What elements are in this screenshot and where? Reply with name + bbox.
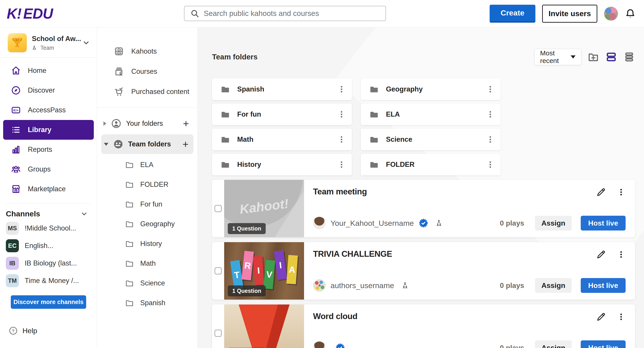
folder-menu-button[interactable] [486, 160, 495, 170]
sidebar-folder-for-fun[interactable]: For fun [97, 194, 198, 214]
library-nav-kahoots[interactable]: Kahoots [97, 41, 198, 61]
assign-button[interactable]: Assign [535, 340, 572, 348]
assign-button[interactable]: Assign [535, 278, 572, 293]
host-live-button[interactable]: Host live [581, 278, 626, 293]
sidebar-folder-ela[interactable]: ELA [97, 155, 198, 175]
kahoot-edu-logo[interactable]: K! EDU [7, 5, 53, 22]
sidebar-item-marketplace[interactable]: Marketplace [3, 179, 94, 199]
add-folder-button[interactable] [588, 51, 599, 63]
folder-menu-button[interactable] [337, 109, 346, 119]
kahoot-title[interactable]: Team meeting [313, 187, 367, 196]
search-bar[interactable] [184, 6, 386, 21]
channel-item-time-money[interactable]: TM Time & Money /... [0, 272, 97, 290]
your-folders-row[interactable]: Your folders + [97, 114, 198, 133]
select-checkbox[interactable] [214, 267, 222, 275]
author-avatar[interactable] [313, 342, 326, 348]
folder-tile-history[interactable]: History [212, 154, 352, 175]
kahoot-menu-button[interactable] [616, 187, 626, 197]
library-nav-courses[interactable]: Courses [97, 61, 198, 82]
notifications-bell-icon[interactable] [625, 8, 636, 19]
discover-more-channels-button[interactable]: Discover more channels [11, 295, 86, 309]
channel-badge: MS [6, 222, 19, 235]
host-live-button[interactable]: Host live [581, 216, 626, 231]
edit-pencil-icon[interactable] [596, 312, 606, 322]
help-button[interactable]: ? Help [0, 326, 97, 336]
sidebar-folder-math[interactable]: Math [97, 254, 198, 273]
expand-arrow-icon[interactable] [104, 121, 106, 126]
folder-menu-button[interactable] [337, 84, 346, 94]
card-view-toggle[interactable] [606, 51, 617, 63]
sidebar-folder-spanish[interactable]: Spanish [97, 293, 198, 313]
folder-menu-button[interactable] [486, 84, 495, 94]
kahoot-title[interactable]: Word cloud [313, 312, 358, 321]
storefront-icon [11, 184, 21, 194]
kahoot-thumbnail[interactable]: 1 Question [224, 305, 304, 348]
folder-menu-button[interactable] [337, 160, 346, 170]
profile-avatar[interactable] [604, 7, 618, 21]
list-view-toggle[interactable] [623, 51, 635, 63]
kebab-menu-icon [337, 110, 346, 119]
channel-item-middle-school[interactable]: MS !Middle School... [0, 220, 97, 237]
groups-icon [11, 164, 21, 174]
select-checkbox[interactable] [214, 205, 222, 212]
kahoot-thumbnail[interactable]: T R I V I A 1 Question [224, 242, 304, 300]
sidebar-folder-geography[interactable]: Geography [97, 214, 198, 234]
folder-tile-geography[interactable]: Geography [361, 78, 500, 100]
channel-item-english[interactable]: EC English... [0, 237, 97, 255]
kahoot-menu-button[interactable] [616, 312, 626, 322]
add-your-folder-button[interactable]: + [183, 118, 189, 129]
host-live-button[interactable]: Host live [581, 340, 626, 348]
top-bar: K! EDU Create Invite users [0, 0, 644, 27]
kahoot-menu-button[interactable] [616, 250, 626, 259]
home-icon [11, 65, 21, 76]
sidebar-item-reports[interactable]: Reports [3, 140, 94, 159]
author-avatar[interactable] [313, 217, 326, 229]
folder-menu-button[interactable] [486, 135, 495, 144]
create-button[interactable]: Create [490, 5, 536, 23]
view-controls: Most recent [534, 49, 635, 65]
folder-tile-math[interactable]: Math [212, 129, 352, 150]
folder-tile-spanish[interactable]: Spanish [212, 78, 352, 100]
folder-icon [125, 160, 134, 169]
folder-menu-button[interactable] [486, 109, 495, 119]
folder-tile-science[interactable]: Science [361, 129, 500, 150]
invite-users-button[interactable]: Invite users [542, 5, 597, 23]
assign-button[interactable]: Assign [535, 216, 572, 231]
sidebar-item-groups[interactable]: Groups [3, 159, 94, 179]
kahoot-title[interactable]: TRIVIA CHALLENGE [313, 249, 392, 259]
author-username[interactable]: authors_username [330, 281, 394, 290]
sidebar-item-accesspass[interactable]: K!+ AccessPass [3, 100, 94, 120]
sidebar-item-home[interactable]: Home [3, 61, 94, 80]
folder-tile-folder[interactable]: FOLDER [361, 154, 500, 175]
author-avatar[interactable] [313, 279, 326, 292]
library-nav-purchased[interactable]: Purchased content [97, 82, 198, 102]
search-input[interactable] [204, 9, 380, 18]
sidebar-item-discover[interactable]: Discover [3, 80, 94, 100]
folder-menu-button[interactable] [337, 135, 346, 144]
main-nav: Home Discover K!+ AccessPass Library Rep… [0, 58, 97, 199]
kebab-menu-icon [486, 84, 494, 94]
sidebar-folder-science[interactable]: Science [97, 273, 198, 293]
kebab-menu-icon [486, 110, 494, 119]
kahoot-thumbnail[interactable]: Kahoot! 1 Question [224, 180, 304, 237]
team-folders-row[interactable]: Team folders + [101, 134, 194, 154]
folder-tile-for-fun[interactable]: For fun [212, 104, 352, 125]
sidebar-folder-folder[interactable]: FOLDER [97, 175, 198, 194]
sidebar-item-library[interactable]: Library [3, 120, 94, 140]
sidebar-folder-history[interactable]: History [97, 234, 198, 254]
library-list-icon [11, 125, 21, 135]
collapse-arrow-icon[interactable] [104, 143, 108, 146]
sidebar-divider [6, 203, 91, 204]
channel-item-ib-biology[interactable]: IB IB Biology (last... [0, 255, 97, 272]
team-selector[interactable]: K! School of Aw... Team [0, 31, 97, 58]
plays-count: 0 plays [500, 344, 524, 348]
folder-tile-ela[interactable]: ELA [361, 104, 500, 125]
add-team-folder-button[interactable]: + [182, 139, 188, 149]
edit-pencil-icon[interactable] [596, 187, 606, 197]
edit-pencil-icon[interactable] [596, 249, 606, 260]
sort-dropdown[interactable]: Most recent [534, 49, 581, 65]
select-checkbox[interactable] [214, 330, 222, 337]
author-username[interactable]: Your_Kahoot_Username [330, 219, 414, 228]
channels-header[interactable]: Channels [0, 208, 97, 220]
main-content: Team folders Most recent [198, 27, 644, 348]
